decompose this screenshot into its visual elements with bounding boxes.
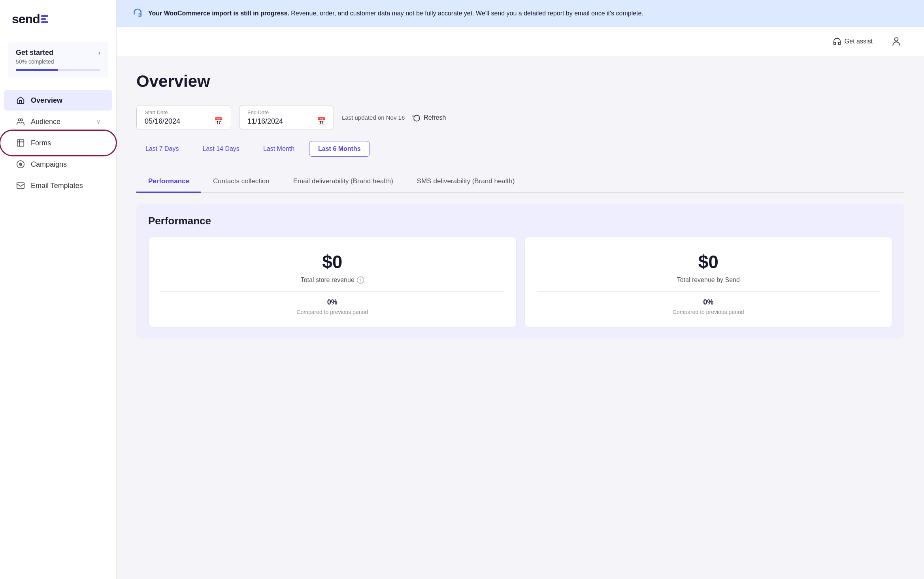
user-profile-button[interactable] <box>888 34 904 49</box>
svg-point-1 <box>21 119 23 121</box>
pill-last-14-days[interactable]: Last 14 Days <box>193 141 248 157</box>
total-revenue-send-label: Total revenue by Send <box>677 276 740 284</box>
last-updated-text: Last updated on Nov 16 <box>342 114 405 121</box>
get-started-title: Get started › <box>16 49 100 57</box>
sidebar-item-campaigns[interactable]: Campaigns <box>4 154 112 175</box>
email-templates-icon <box>16 181 25 190</box>
sidebar: send Get started › 50% completed Overvie… <box>0 0 117 579</box>
refresh-label: Refresh <box>424 114 446 121</box>
banner-text-bold: Your WooCommerce import is still in prog… <box>148 10 289 17</box>
get-assist-label: Get assist <box>845 38 873 45</box>
metric-cards-row: $0 Total store revenue i 0% Compared to … <box>148 237 892 327</box>
refresh-icon <box>413 114 421 122</box>
end-date-value: 11/16/2024 📅 <box>247 117 326 126</box>
tab-contacts-collection[interactable]: Contacts collection <box>201 171 281 193</box>
calendar-icon: 📅 <box>214 117 223 126</box>
pill-last-7-days[interactable]: Last 7 Days <box>136 141 188 157</box>
start-date-field[interactable]: Start Date 05/16/2024 📅 <box>136 105 231 130</box>
chevron-down-icon: ∨ <box>96 118 100 125</box>
end-date-text: 11/16/2024 <box>247 117 283 126</box>
import-banner: Your WooCommerce import is still in prog… <box>117 0 924 27</box>
page-content: Overview Start Date 05/16/2024 📅 End Dat… <box>117 56 924 579</box>
total-revenue-send-pct: 0% <box>703 298 713 306</box>
start-date-value: 05/16/2024 📅 <box>145 117 223 126</box>
pill-last-6-months[interactable]: Last 6 Months <box>309 141 370 157</box>
logo-icon <box>41 15 48 23</box>
total-store-revenue-value: $0 <box>322 251 342 273</box>
metric-card-total-revenue-send: $0 Total revenue by Send 0% Compared to … <box>524 237 893 327</box>
sidebar-item-campaigns-label: Campaigns <box>31 160 67 169</box>
main-content: Your WooCommerce import is still in prog… <box>117 0 924 579</box>
page-title: Overview <box>136 72 904 91</box>
info-icon[interactable]: i <box>357 276 364 284</box>
sidebar-nav: Overview Audience ∨ <box>0 89 116 197</box>
total-store-revenue-label: Total store revenue i <box>301 276 364 284</box>
performance-section: Performance $0 Total store revenue i 0% … <box>136 204 904 338</box>
get-assist-button[interactable]: Get assist <box>826 34 879 49</box>
performance-section-title: Performance <box>148 215 892 227</box>
sidebar-item-email-templates-label: Email Templates <box>31 182 83 190</box>
header-bar: Get assist <box>117 27 924 56</box>
progress-bar-fill <box>16 69 58 71</box>
logo-text: send <box>12 12 40 26</box>
home-icon <box>16 96 25 105</box>
tab-performance[interactable]: Performance <box>136 171 201 193</box>
sidebar-item-email-templates[interactable]: Email Templates <box>4 175 112 196</box>
total-store-revenue-pct: 0% <box>327 298 338 306</box>
calendar-icon-end: 📅 <box>317 117 326 126</box>
get-started-box[interactable]: Get started › 50% completed <box>8 42 108 77</box>
filter-pills: Last 7 Days Last 14 Days Last Month Last… <box>136 141 904 157</box>
user-icon <box>891 36 901 47</box>
metric-divider <box>160 291 504 292</box>
total-store-revenue-compare: Compared to previous period <box>296 309 368 315</box>
svg-rect-7 <box>17 183 24 189</box>
total-revenue-send-compare: Compared to previous period <box>673 309 744 315</box>
metric-divider-2 <box>537 291 881 292</box>
sidebar-item-audience[interactable]: Audience ∨ <box>4 111 112 132</box>
tab-sms-deliverability[interactable]: SMS deliverability (Brand health) <box>405 171 527 193</box>
sidebar-item-overview[interactable]: Overview <box>4 90 112 111</box>
sidebar-item-overview-label: Overview <box>31 96 62 105</box>
progress-bar-bg <box>16 69 100 71</box>
sidebar-item-forms-label: Forms <box>31 139 51 147</box>
forms-icon <box>16 138 25 148</box>
main-tabs: Performance Contacts collection Email de… <box>136 171 904 193</box>
banner-text: Your WooCommerce import is still in prog… <box>148 10 643 17</box>
logo: send <box>0 12 116 42</box>
sidebar-item-audience-label: Audience <box>31 118 60 126</box>
progress-label: 50% completed <box>16 58 100 65</box>
svg-rect-2 <box>17 140 24 147</box>
headset-icon <box>833 37 841 46</box>
audience-icon <box>16 117 25 126</box>
pill-last-month[interactable]: Last Month <box>254 141 304 157</box>
start-date-label: Start Date <box>145 109 223 115</box>
chevron-right-icon: › <box>98 49 100 56</box>
svg-point-8 <box>895 38 898 41</box>
sync-icon <box>132 7 143 20</box>
get-started-label: Get started <box>16 49 53 57</box>
banner-text-rest: Revenue, order, and customer data may no… <box>291 10 643 17</box>
end-date-label: End Date <box>247 109 326 115</box>
start-date-text: 05/16/2024 <box>145 117 180 126</box>
end-date-field[interactable]: End Date 11/16/2024 📅 <box>239 105 334 130</box>
campaigns-icon <box>16 160 25 169</box>
date-filter-row: Start Date 05/16/2024 📅 End Date 11/16/2… <box>136 105 904 130</box>
refresh-button[interactable]: Refresh <box>413 114 446 122</box>
tab-email-deliverability[interactable]: Email deliverability (Brand health) <box>281 171 405 193</box>
sidebar-item-forms[interactable]: Forms <box>4 133 112 153</box>
total-revenue-send-value: $0 <box>698 251 718 273</box>
metric-card-total-store-revenue: $0 Total store revenue i 0% Compared to … <box>148 237 517 327</box>
